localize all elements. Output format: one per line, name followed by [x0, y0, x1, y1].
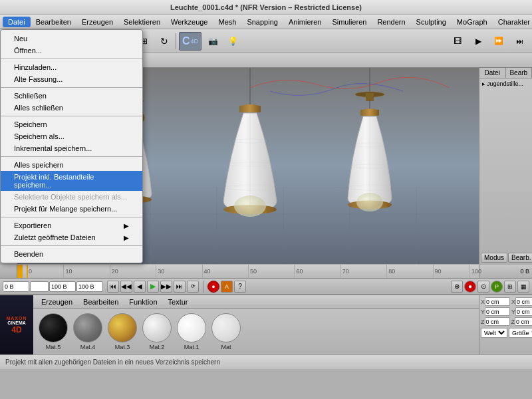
timeline-mark-50: 50	[248, 265, 257, 278]
mat4-label: Mat.4	[80, 344, 96, 350]
dropdown-projekt-bestandteile[interactable]: Projekt inkl. Bestandteile speichern...	[1, 171, 142, 191]
dropdown-zuletzt[interactable]: Zuletzt geöffnete Dateien ▶	[1, 231, 142, 243]
pb-play[interactable]: ▶	[147, 281, 159, 293]
pb-icon2[interactable]: ●	[464, 281, 476, 293]
timeline-mark-90: 90	[433, 265, 442, 278]
dropdown-alte-fassung[interactable]: Alte Fassung...	[1, 73, 142, 85]
timeline-right-panel: 0 B	[479, 265, 532, 278]
menu-erzeugen[interactable]: Erzeugen	[76, 17, 118, 27]
playback-speed-field[interactable]: 100 B	[49, 281, 76, 292]
timeline-playhead[interactable]	[27, 265, 28, 278]
dropdown-projekt-melange[interactable]: Projekt für Melange speichern...	[1, 203, 142, 215]
dropdown-exportieren[interactable]: Exportieren ▶	[1, 219, 142, 231]
right-tab-bearb[interactable]: Bearb	[506, 68, 533, 78]
menu-rendern[interactable]: Rendern	[372, 17, 410, 27]
pb-icon3[interactable]: ⊙	[477, 281, 489, 293]
toolbar-anim-btn3[interactable]: ⏩	[489, 32, 508, 51]
coord-x1-field[interactable]	[485, 297, 510, 306]
timeline-mark-10: 10	[63, 265, 72, 278]
menu-selektieren[interactable]: Selektieren	[118, 17, 166, 27]
playback-start-field[interactable]: 0 B	[3, 281, 29, 292]
coord-z1-field[interactable]	[485, 317, 510, 326]
material-item-mat5[interactable]: Mat.5	[39, 313, 68, 350]
pb-goto-start[interactable]: ⏮	[107, 281, 119, 293]
pb-next-frame[interactable]: ▶▶	[160, 281, 172, 293]
dropdown-alles-schliessen[interactable]: Alles schließen	[1, 102, 142, 114]
material-item-mat3[interactable]: Mat.3	[108, 313, 137, 350]
pb-motion-path[interactable]: ?	[234, 281, 246, 293]
mat-menu-erzeugen[interactable]: Erzeugen	[36, 297, 78, 307]
dropdown-schliessen[interactable]: Schließen	[1, 90, 142, 102]
timeline-mark-30: 30	[156, 265, 164, 278]
timeline-left-panel	[0, 265, 17, 278]
dropdown-speichern-als[interactable]: Speichern als...	[1, 130, 142, 142]
pb-icon4[interactable]: P	[491, 281, 503, 293]
toolbar-rotate-btn[interactable]: ↻	[155, 32, 174, 51]
timeline[interactable]: 0 10 20 30 40 50 60 70 80 90 100 0 B	[0, 264, 532, 279]
timeline-mark-100: 100	[469, 265, 481, 278]
right-tab-datei[interactable]: Datei	[479, 68, 506, 78]
toolbar-light-btn[interactable]: 💡	[223, 32, 242, 51]
right-panel: Datei Bearb ▸ Jugendstille... Modus Bear…	[479, 68, 532, 264]
dropdown-oeffnen[interactable]: Öffnen...	[1, 45, 142, 57]
right-panel-tabs: Datei Bearb	[479, 68, 532, 78]
dropdown-neu[interactable]: Neu	[1, 33, 142, 45]
mat2-label: Mat.2	[150, 344, 165, 350]
playback-end-field[interactable]: 100 B	[76, 281, 103, 292]
pb-loop[interactable]: ⟳	[187, 281, 199, 293]
mat-menu-funktion[interactable]: Funktion	[124, 297, 162, 307]
menu-sculpting[interactable]: Sculpting	[411, 17, 452, 27]
timeline-mark-70: 70	[340, 265, 349, 278]
coord-x2-field[interactable]	[515, 297, 532, 306]
menu-animieren[interactable]: Animieren	[283, 17, 327, 27]
material-item-mat4[interactable]: Mat.4	[73, 313, 102, 350]
pb-icon5[interactable]: ⊞	[504, 281, 516, 293]
material-item-mat[interactable]: Mat	[211, 313, 241, 350]
right-panel-content: ▸ Jugendstille...	[479, 78, 532, 251]
mat2-preview	[142, 313, 172, 342]
datei-dropdown: Neu Öffnen... Hinzuladen... Alte Fassung…	[0, 29, 143, 263]
material-item-mat2[interactable]: Mat.2	[142, 313, 172, 350]
mat-menu-textur[interactable]: Textur	[163, 297, 194, 307]
playback-frame-field[interactable]	[30, 281, 49, 292]
toolbar-anim-btn1[interactable]: 🎞	[448, 32, 467, 51]
menu-werkzeuge[interactable]: Werkzeuge	[166, 17, 213, 27]
dropdown-sep2	[1, 87, 142, 88]
toolbar-anim-btn2[interactable]: ▶	[469, 32, 487, 51]
dropdown-alles-speichern[interactable]: Alles speichern	[1, 159, 142, 171]
mat4-preview	[73, 313, 102, 342]
mat-menu-bearbeiten[interactable]: Bearbeiten	[78, 297, 124, 307]
dropdown-speichern[interactable]: Speichern	[1, 118, 142, 130]
pb-icon1[interactable]: ⊕	[451, 281, 463, 293]
modus-btn[interactable]: Modus	[481, 253, 507, 263]
dropdown-inkremental[interactable]: Inkremental speichern...	[1, 142, 142, 154]
timeline-start-indicator	[17, 265, 23, 278]
menu-bearbeiten[interactable]: Bearbeiten	[31, 17, 76, 27]
menu-mograph[interactable]: MoGraph	[452, 17, 493, 27]
menu-datei[interactable]: Datei	[3, 17, 31, 27]
dropdown-hinzuladen[interactable]: Hinzuladen...	[1, 61, 142, 73]
bearb-btn[interactable]: Bearb.	[508, 253, 532, 263]
pb-prev-frame[interactable]: ◀	[134, 281, 146, 293]
mat3-label: Mat.3	[115, 344, 130, 350]
coord-z2-field[interactable]	[515, 317, 532, 326]
material-item-mat1[interactable]: Mat.1	[177, 313, 206, 350]
toolbar-anim-btn4[interactable]: ⏭	[510, 32, 529, 51]
coord-y1-field[interactable]	[485, 307, 510, 316]
timeline-ruler[interactable]: 0 10 20 30 40 50 60 70 80 90 100	[17, 265, 479, 278]
pb-icon6[interactable]: ▦	[517, 281, 529, 293]
toolbar-camera-btn[interactable]: 📷	[203, 32, 222, 51]
menu-mesh[interactable]: Mesh	[213, 17, 241, 27]
coord-size-select[interactable]: Größe	[509, 328, 532, 338]
pb-goto-end[interactable]: ⏭	[174, 281, 186, 293]
pb-auto-key[interactable]: A	[221, 281, 233, 293]
pb-record-btn[interactable]: ●	[207, 281, 219, 293]
menu-charakter[interactable]: Charakter	[493, 17, 532, 27]
coord-y2-field[interactable]	[515, 307, 532, 316]
svg-rect-34	[239, 106, 261, 112]
menu-snapping[interactable]: Snapping	[241, 17, 283, 27]
dropdown-beenden[interactable]: Beenden	[1, 248, 142, 260]
menu-simulieren[interactable]: Simulieren	[327, 17, 372, 27]
pb-prev-key[interactable]: ◀◀	[120, 281, 132, 293]
coord-system-select[interactable]: Welt	[481, 328, 507, 338]
